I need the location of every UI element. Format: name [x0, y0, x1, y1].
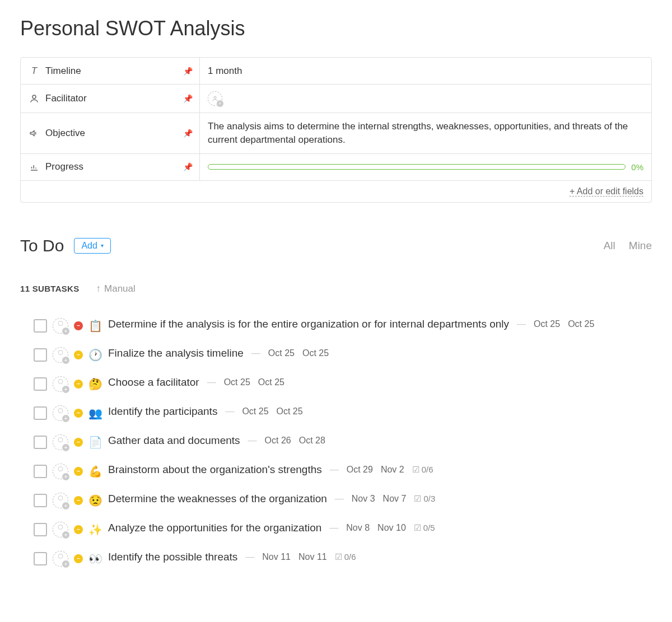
assignee-placeholder-icon[interactable] [53, 376, 68, 392]
filter-all[interactable]: All [604, 240, 615, 252]
separator-icon: — [517, 319, 526, 329]
task-row[interactable]: –📄Gather data and documents—Oct 26Oct 28 [34, 428, 652, 457]
task-row[interactable]: –🕐Finalize the analysis timeline—Oct 25O… [34, 340, 652, 370]
field-label-timeline[interactable]: T Timeline 📌 [21, 58, 200, 84]
task-checklist-count[interactable]: 0/5 [414, 523, 435, 533]
task-start-date[interactable]: Nov 3 [352, 494, 375, 504]
add-person-icon[interactable] [208, 91, 222, 106]
field-value-facilitator[interactable] [200, 85, 651, 113]
task-start-date[interactable]: Oct 25 [224, 377, 250, 387]
task-start-date[interactable]: Nov 8 [346, 523, 370, 533]
task-row[interactable]: –👀Identify the possible threats—Nov 11No… [34, 544, 652, 573]
assignee-placeholder-icon[interactable] [53, 464, 68, 479]
assignee-placeholder-icon[interactable] [53, 405, 68, 421]
field-label-text: Objective [45, 128, 85, 139]
task-title[interactable]: Brainstorm about the organization's stre… [108, 464, 322, 476]
assignee-placeholder-icon[interactable] [53, 318, 68, 334]
filter-tabs: All Mine [604, 240, 652, 252]
task-checkbox[interactable] [34, 494, 47, 507]
task-title[interactable]: Analyze the opportunities for the organi… [108, 522, 321, 534]
task-start-date[interactable]: Oct 25 [534, 319, 560, 329]
task-row[interactable]: –✨Analyze the opportunities for the orga… [34, 515, 652, 544]
task-checklist-count[interactable]: 0/3 [414, 494, 435, 504]
task-emoji-icon: ✨ [88, 523, 102, 536]
task-checkbox[interactable] [34, 552, 47, 565]
task-end-date[interactable]: Oct 25 [277, 406, 303, 417]
task-title[interactable]: Finalize the analysis timeline [108, 347, 244, 359]
field-row-objective: Objective 📌 The analysis aims to determi… [21, 113, 651, 154]
separator-icon: — [251, 348, 260, 358]
field-label-progress[interactable]: Progress 📌 [21, 154, 200, 180]
field-label-objective[interactable]: Objective 📌 [21, 113, 200, 153]
task-list: –📋Determine if the analysis is for the e… [20, 311, 652, 573]
task-checkbox[interactable] [34, 465, 47, 478]
priority-icon[interactable]: – [74, 350, 83, 359]
pin-icon[interactable]: 📌 [183, 129, 193, 138]
task-end-date[interactable]: Nov 7 [383, 494, 407, 504]
priority-icon[interactable]: – [74, 321, 83, 330]
add-edit-fields-link[interactable]: + Add or edit fields [570, 186, 643, 197]
priority-icon[interactable]: – [74, 409, 83, 418]
task-row[interactable]: –🤔Choose a facilitator—Oct 25Oct 25 [34, 370, 652, 399]
field-value-timeline[interactable]: 1 month [200, 58, 651, 84]
add-button[interactable]: Add [74, 238, 110, 254]
task-start-date[interactable]: Oct 26 [265, 436, 291, 446]
pin-icon[interactable]: 📌 [183, 67, 193, 76]
priority-icon[interactable]: – [74, 496, 83, 505]
task-start-date[interactable]: Oct 25 [242, 406, 268, 417]
task-row[interactable]: –📋Determine if the analysis is for the e… [34, 311, 652, 340]
task-title[interactable]: Identify the participants [108, 405, 217, 418]
task-end-date[interactable]: Nov 10 [377, 523, 406, 533]
assignee-placeholder-icon[interactable] [53, 522, 68, 537]
assignee-placeholder-icon[interactable] [53, 434, 68, 450]
task-start-date[interactable]: Nov 11 [262, 552, 291, 562]
task-row[interactable]: –👥Identify the participants—Oct 25Oct 25 [34, 399, 652, 428]
task-checklist-count[interactable]: 0/6 [412, 465, 433, 475]
task-row[interactable]: –💪Brainstorm about the organization's st… [34, 457, 652, 486]
task-checkbox[interactable] [34, 436, 47, 449]
arrow-up-icon: ↑ [96, 283, 101, 294]
task-checkbox[interactable] [34, 348, 47, 362]
task-checkbox[interactable] [34, 377, 47, 391]
svg-point-1 [214, 96, 216, 99]
task-end-date[interactable]: Nov 11 [298, 552, 327, 562]
text-type-icon: T [29, 66, 40, 77]
task-checkbox[interactable] [34, 523, 47, 536]
add-fields-row: + Add or edit fields [21, 181, 651, 202]
task-title[interactable]: Determine the weaknesses of the organiza… [108, 493, 327, 505]
assignee-placeholder-icon[interactable] [53, 551, 68, 567]
assignee-placeholder-icon[interactable] [53, 493, 68, 508]
priority-icon[interactable]: – [74, 438, 83, 447]
field-value-progress[interactable]: 0% [200, 154, 651, 180]
task-end-date[interactable]: Oct 28 [299, 436, 325, 446]
assignee-placeholder-icon[interactable] [53, 347, 68, 363]
sort-mode[interactable]: ↑ Manual [96, 283, 136, 294]
task-end-date[interactable]: Oct 25 [568, 319, 594, 329]
task-checklist-count[interactable]: 0/6 [335, 552, 356, 562]
task-title[interactable]: Gather data and documents [108, 434, 240, 447]
task-checkbox[interactable] [34, 406, 47, 420]
task-title[interactable]: Identify the possible threats [108, 551, 237, 563]
pin-icon[interactable]: 📌 [183, 94, 193, 103]
task-end-date[interactable]: Nov 2 [381, 465, 404, 475]
task-emoji-icon: 😟 [88, 494, 102, 507]
priority-icon[interactable]: – [74, 525, 83, 534]
filter-mine[interactable]: Mine [629, 240, 652, 252]
task-checkbox[interactable] [34, 319, 47, 333]
field-value-objective[interactable]: The analysis aims to determine the inter… [200, 113, 651, 153]
field-label-facilitator[interactable]: Facilitator 📌 [21, 85, 200, 113]
field-label-text: Timeline [45, 66, 81, 77]
priority-icon[interactable]: – [74, 467, 83, 476]
priority-icon[interactable]: – [74, 380, 83, 389]
task-start-date[interactable]: Oct 29 [347, 465, 373, 475]
task-title[interactable]: Determine if the analysis is for the ent… [108, 318, 509, 330]
task-end-date[interactable]: Oct 25 [258, 377, 284, 387]
separator-icon: — [207, 377, 216, 387]
task-start-date[interactable]: Oct 25 [268, 348, 295, 358]
task-end-date[interactable]: Oct 25 [302, 348, 329, 358]
priority-icon[interactable]: – [74, 554, 83, 563]
pin-icon[interactable]: 📌 [183, 162, 193, 171]
task-row[interactable]: –😟Determine the weaknesses of the organi… [34, 486, 652, 515]
section-header: To Do Add All Mine [20, 236, 652, 255]
task-title[interactable]: Choose a facilitator [108, 376, 199, 389]
